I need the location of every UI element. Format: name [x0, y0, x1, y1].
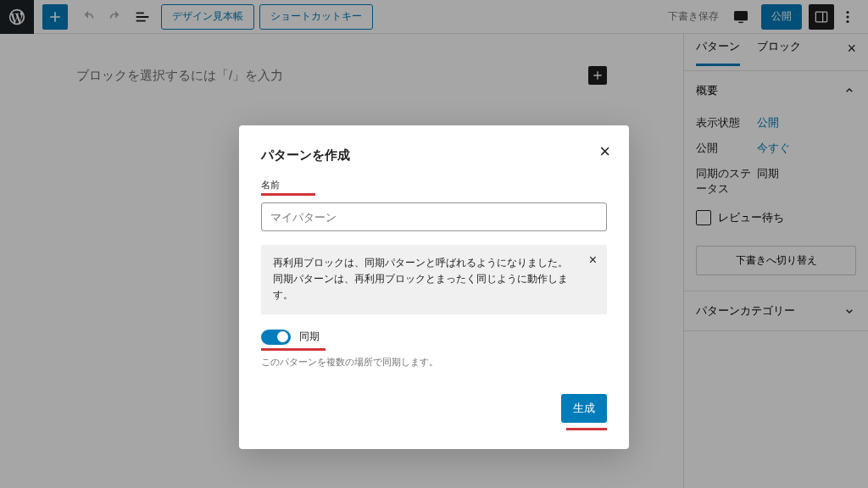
sync-help-text: このパターンを複数の場所で同期します。 — [261, 356, 607, 369]
sync-toggle-row: 同期 — [261, 330, 607, 345]
sync-notice: 再利用ブロックは、同期パターンと呼ばれるようになりました。同期パターンは、再利用… — [261, 245, 607, 314]
modal-title: パターンを作成 — [261, 147, 607, 164]
highlight-generate — [566, 428, 607, 430]
highlight-name — [261, 193, 315, 196]
create-pattern-modal: パターンを作成 × 名前 再利用ブロックは、同期パターンと呼ばれるようになりまし… — [239, 125, 629, 449]
modal-overlay: パターンを作成 × 名前 再利用ブロックは、同期パターンと呼ばれるようになりまし… — [0, 0, 868, 488]
sync-notice-text: 再利用ブロックは、同期パターンと呼ばれるようになりました。同期パターンは、再利用… — [273, 257, 568, 301]
sync-toggle-label: 同期 — [299, 330, 320, 344]
notice-dismiss-button[interactable]: × — [589, 253, 597, 267]
pattern-name-input[interactable] — [261, 202, 607, 231]
modal-close-button[interactable]: × — [599, 142, 610, 161]
generate-button[interactable]: 生成 — [561, 394, 607, 423]
modal-actions: 生成 — [261, 394, 607, 430]
highlight-sync — [261, 348, 326, 351]
sync-toggle[interactable] — [261, 330, 291, 345]
name-field-label: 名前 — [261, 179, 607, 191]
